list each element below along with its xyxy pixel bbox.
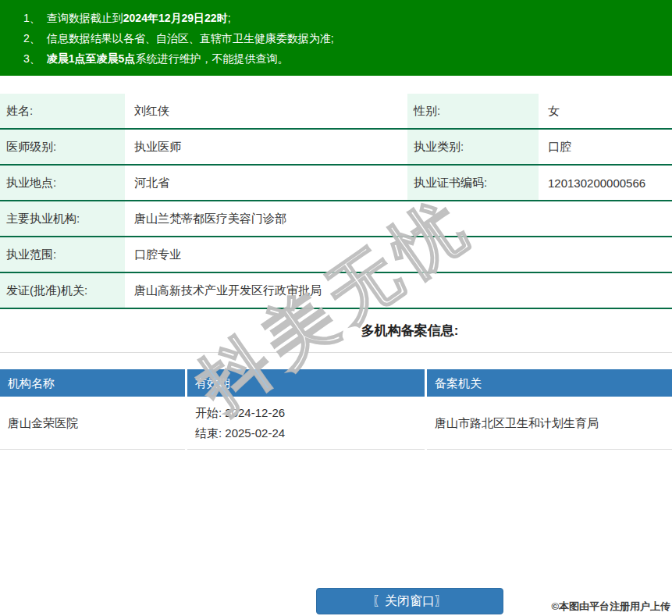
column-header-validity: 有效期 bbox=[187, 369, 425, 397]
column-header-org-name: 机构名称 bbox=[0, 369, 185, 397]
issuing-authority-label: 发证(批准)机关: bbox=[0, 273, 125, 308]
record-authority-cell: 唐山市路北区卫生和计划生育局 bbox=[427, 397, 672, 450]
notice-line-2-number: 2、 bbox=[23, 32, 41, 45]
notice-line-1-number: 1、 bbox=[23, 12, 41, 24]
org-name-value: 唐山金荣医院 bbox=[8, 413, 185, 433]
practice-scope-value: 口腔专业 bbox=[125, 237, 672, 272]
notice-line-3-number: 3、 bbox=[23, 52, 41, 65]
records-table-header: 机构名称 有效期 备案机关 bbox=[0, 369, 672, 397]
notice-line-2-text: 信息数据结果以各省、自治区、直辖市卫生健康委数据为准; bbox=[47, 32, 334, 45]
main-institution-value: 唐山兰梵蒂都医疗美容门诊部 bbox=[125, 201, 672, 236]
issuing-authority-value: 唐山高新技术产业开发区行政审批局 bbox=[125, 273, 672, 308]
notice-line-2: 2、信息数据结果以各省、自治区、直辖市卫生健康委数据为准; bbox=[23, 28, 672, 48]
multi-institution-section-title: 多机构备案信息: bbox=[0, 309, 672, 353]
column-header-record-authority: 备案机关 bbox=[427, 369, 672, 397]
profile-row-main-institution: 主要执业机构: 唐山兰梵蒂都医疗美容门诊部 bbox=[0, 201, 672, 237]
practice-location-value: 河北省 bbox=[125, 166, 407, 200]
close-window-button[interactable]: 〖关闭窗口〗 bbox=[316, 588, 503, 614]
notice-line-1: 1、查询数据截止到2024年12月29日22时; bbox=[23, 8, 672, 28]
name-value: 刘红侠 bbox=[125, 94, 407, 128]
name-label: 姓名: bbox=[0, 94, 125, 128]
main-institution-label: 主要执业机构: bbox=[0, 201, 125, 236]
practice-location-label: 执业地点: bbox=[0, 166, 125, 200]
notice-line-3: 3、凌晨1点至凌晨5点系统进行维护，不能提供查询。 bbox=[23, 48, 672, 69]
org-name-cell: 唐山金荣医院 bbox=[0, 397, 185, 450]
notice-line-1-tail: ; bbox=[228, 12, 231, 24]
notice-line-1-bold: 2024年12月29日22时 bbox=[123, 12, 228, 24]
certificate-code-value: 120130200000566 bbox=[539, 166, 672, 200]
profile-row-issuing-authority: 发证(批准)机关: 唐山高新技术产业开发区行政审批局 bbox=[0, 273, 672, 309]
notice-line-1-text: 查询数据截止到 bbox=[47, 12, 123, 24]
practice-category-label: 执业类别: bbox=[407, 130, 539, 164]
notice-banner: 1、查询数据截止到2024年12月29日22时; 2、信息数据结果以各省、自治区… bbox=[0, 0, 672, 76]
profile-row-name-gender: 姓名: 刘红侠 性别: 女 bbox=[0, 94, 672, 130]
doctor-level-value: 执业医师 bbox=[125, 130, 407, 164]
gender-label: 性别: bbox=[407, 94, 539, 128]
profile-row-level-category: 医师级别: 执业医师 执业类别: 口腔 bbox=[0, 130, 672, 166]
practice-scope-label: 执业范围: bbox=[0, 237, 125, 272]
profile-row-practice-scope: 执业范围: 口腔专业 bbox=[0, 237, 672, 273]
table-row: 唐山金荣医院 开始: 2024-12-26 结束: 2025-02-24 唐山市… bbox=[0, 397, 672, 450]
notice-line-3-bold: 凌晨1点至凌晨5点 bbox=[47, 52, 136, 65]
upload-credit-watermark: ©本图由平台注册用户上传 bbox=[551, 600, 670, 614]
validity-end: 结束: 2025-02-24 bbox=[195, 423, 425, 443]
gender-value: 女 bbox=[539, 94, 672, 128]
validity-start: 开始: 2024-12-26 bbox=[195, 403, 425, 423]
certificate-code-label: 执业证书编码: bbox=[407, 166, 539, 200]
record-authority-value: 唐山市路北区卫生和计划生育局 bbox=[435, 413, 672, 433]
records-table: 机构名称 有效期 备案机关 唐山金荣医院 开始: 2024-12-26 结束: … bbox=[0, 369, 672, 450]
doctor-profile-table: 姓名: 刘红侠 性别: 女 医师级别: 执业医师 执业类别: 口腔 执业地点: … bbox=[0, 94, 672, 309]
notice-line-3-tail: 系统进行维护，不能提供查询。 bbox=[135, 52, 288, 65]
validity-cell: 开始: 2024-12-26 结束: 2025-02-24 bbox=[187, 397, 425, 450]
profile-row-location-certificate: 执业地点: 河北省 执业证书编码: 120130200000566 bbox=[0, 166, 672, 201]
doctor-level-label: 医师级别: bbox=[0, 130, 125, 164]
practice-category-value: 口腔 bbox=[539, 130, 672, 164]
